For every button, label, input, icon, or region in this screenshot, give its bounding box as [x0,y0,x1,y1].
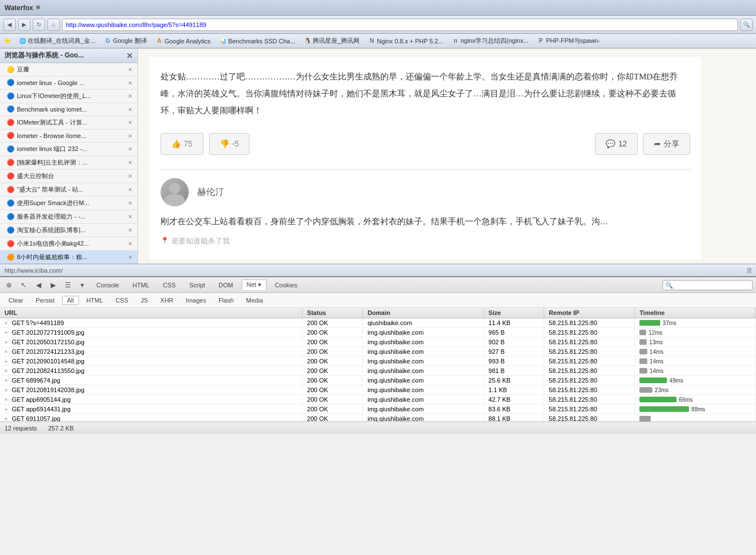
expand-icon-2[interactable]: + [5,339,8,345]
devtools-inspect-icon[interactable]: ⊕ [3,279,15,291]
table-row[interactable]: + GET 20120724121233.jpg 200 OK img.qius… [0,347,756,357]
expand-icon-3[interactable]: + [5,349,8,355]
comment-button[interactable]: 💬 12 [595,133,638,155]
filter-all[interactable]: All [62,296,79,305]
filter-js[interactable]: JS [136,296,153,305]
sidebar-item-6[interactable]: 🔵 iometer linux 端口 232 -... ✕ [0,143,137,156]
bookmark-7[interactable]: P PHP-FPM与spawn- [533,35,603,46]
tab-console[interactable]: Console [91,280,124,290]
sidebar-item-3[interactable]: 🔵 Benchmark using iomet... ✕ [0,103,137,116]
bookmarks-bar: ⭐ 🌐 在线翻译_在线词典_金... G Google 翻译 A Google … [0,34,756,48]
sidebar-item-1[interactable]: 🔵 iometer linux - Google ... ✕ [0,77,137,90]
table-row[interactable]: + GET 20120727191009.jpg 200 OK img.qius… [0,328,756,338]
tab-html[interactable]: HTML [127,280,154,290]
sidebar-item-12[interactable]: 🔵 淘宝核心系统团队博客|... ✕ [0,224,137,237]
sidebar-item-close-14[interactable]: ✕ [126,254,134,261]
bookmark-2[interactable]: A Google Analytics [152,36,214,46]
sidebar-item-close-4[interactable]: ✕ [126,119,134,127]
table-row[interactable]: + GET 20120819142038.jpg 200 OK img.qius… [0,385,756,395]
sidebar-item-close-0[interactable]: ✕ [126,66,134,74]
sidebar-item-9[interactable]: 🔴 "盛大云" 简单测试 - 站... ✕ [0,183,137,197]
sidebar-item-close-9[interactable]: ✕ [126,186,134,194]
table-row[interactable]: + GET app6914431.jpg 200 OK img.qiushiba… [0,405,756,414]
devtools-nav-fwd[interactable]: ▶ [47,279,59,291]
timeline-bar-10 [639,416,651,421]
tab-script[interactable]: Script [184,280,210,290]
filter-html[interactable]: HTML [81,296,108,305]
reload-button[interactable]: ↻ [33,19,45,31]
table-row[interactable]: + GET 6911057.jpg 200 OK img.qiushibaike… [0,414,756,422]
sidebar-item-4[interactable]: 🔴 IOMeter测试工具 - 计算... ✕ [0,116,137,130]
tab-css[interactable]: CSS [158,280,181,290]
table-row[interactable]: + GET 20120503172150.jpg 200 OK img.qius… [0,338,756,347]
sidebar-item-5[interactable]: 🔴 Iometer - Browse /iome... ✕ [0,130,137,143]
sidebar-item-close-10[interactable]: ✕ [126,199,134,207]
sidebar-item-close-6[interactable]: ✕ [126,145,134,153]
filter-clear[interactable]: Clear [3,296,28,305]
sidebar-item-close-12[interactable]: ✕ [126,227,134,234]
filter-images[interactable]: Images [181,296,211,305]
search-button[interactable]: 🔍 [740,19,753,31]
sidebar-item-8[interactable]: 🔴 盛大云控制台 ✕ [0,170,137,183]
expand-icon-8[interactable]: + [5,397,8,403]
sidebar-item-0[interactable]: 🟡 豆瓣 ✕ [0,63,137,77]
sidebar-item-close-7[interactable]: ✕ [126,159,134,167]
sidebar-item-close-8[interactable]: ✕ [126,172,134,180]
devtools-search-input[interactable] [662,280,753,290]
sidebar-item-close-3[interactable]: ✕ [126,105,134,113]
devtools-dropdown-icon[interactable]: ▾ [77,279,88,291]
expand-icon-0[interactable]: + [5,320,8,326]
sidebar-item-10[interactable]: 🔵 使用Super Smack进行M... ✕ [0,197,137,210]
expand-icon-1[interactable]: + [5,330,8,336]
timeline-ms-7: 23ms [655,387,668,393]
dislike-button[interactable]: 👎 -5 [209,133,250,155]
expand-icon-10[interactable]: + [5,416,8,421]
filter-css[interactable]: CSS [110,296,134,305]
table-row[interactable]: + GET 20120824113550.jpg 200 OK img.qius… [0,366,756,376]
bookmark-6[interactable]: n nginx学习总结四(nginx... [448,35,532,46]
expand-icon-4[interactable]: + [5,358,8,365]
cell-domain-8: img.qiushibaike.com [363,395,484,405]
sidebar-item-7[interactable]: 🔴 [独家爆料]云主机评测：... ✕ [0,156,137,170]
filter-xhr[interactable]: XHR [155,296,179,305]
sidebar-close-btn[interactable]: ✕ [126,51,133,60]
bookmark-4[interactable]: 🐧 腾讯星座_腾讯网 [300,35,363,46]
sidebar-item-close-2[interactable]: ✕ [126,92,134,100]
sidebar-item-close-13[interactable]: ✕ [126,240,134,248]
table-row[interactable]: + GET 6899674.jpg 200 OK img.qiushibaike… [0,376,756,385]
forward-button[interactable]: ▶ [18,19,30,31]
table-row[interactable]: + GET app6905144.jpg 200 OK img.qiushiba… [0,395,756,405]
bookmark-3[interactable]: 📊 Benchmarks SSD Cha... [216,36,299,46]
bookmark-5[interactable]: N Nginx 0.8.x + PHP 5.2... [364,36,447,46]
expand-icon-6[interactable]: + [5,378,8,384]
devtools-pointer-icon[interactable]: ↖ [18,279,29,291]
sidebar-item-11[interactable]: 🔵 服务器并发处理能力 - -... ✕ [0,210,137,224]
devtools-nav-back[interactable]: ◀ [33,279,44,291]
expand-icon-9[interactable]: + [5,406,8,412]
table-row[interactable]: + GET 20120901014548.jpg 200 OK img.qius… [0,357,756,366]
sidebar-item-close-5[interactable]: ✕ [126,132,134,140]
sidebar-item-close-1[interactable]: ✕ [126,79,134,87]
devtools-menu-icon[interactable]: ☰ [62,279,73,291]
like-button[interactable]: 👍 75 [161,133,203,155]
share-button[interactable]: ➦ 分享 [643,133,690,155]
home-button[interactable]: ⌂ [47,19,60,31]
expand-icon-5[interactable]: + [5,368,8,374]
sidebar-item-14[interactable]: 🟠 8小时内最尴尬糗事：糗... ✕ [0,251,137,264]
tab-cookies[interactable]: Cookies [270,280,303,290]
table-row[interactable]: + GET 5?s=4491189 200 OK qiushibaike.com… [0,318,756,328]
filter-persist[interactable]: Persist [30,296,60,305]
filter-media[interactable]: Media [241,296,268,305]
address-bar[interactable]: http://www.qiushibaike.com/8hr/page/5?s=… [62,19,738,31]
sidebar-item-2[interactable]: 🔵 Linux下IOmeter的使用_L... ✕ [0,90,137,103]
filter-flash[interactable]: Flash [214,296,239,305]
tab-dom[interactable]: DOM [214,280,238,290]
bookmark-1[interactable]: G Google 翻译 [100,35,150,46]
expand-icon-7[interactable]: + [5,387,8,393]
bookmark-0[interactable]: 🌐 在线翻译_在线词典_金... [15,35,99,46]
tab-net[interactable]: Net ▾ [242,279,266,290]
cell-ip-8: 58.215.81.225:80 [544,395,635,405]
back-button[interactable]: ◀ [3,19,16,31]
sidebar-item-close-11[interactable]: ✕ [126,213,134,221]
sidebar-item-13[interactable]: 🔴 小米1s电信携小弟akg42... ✕ [0,237,137,251]
